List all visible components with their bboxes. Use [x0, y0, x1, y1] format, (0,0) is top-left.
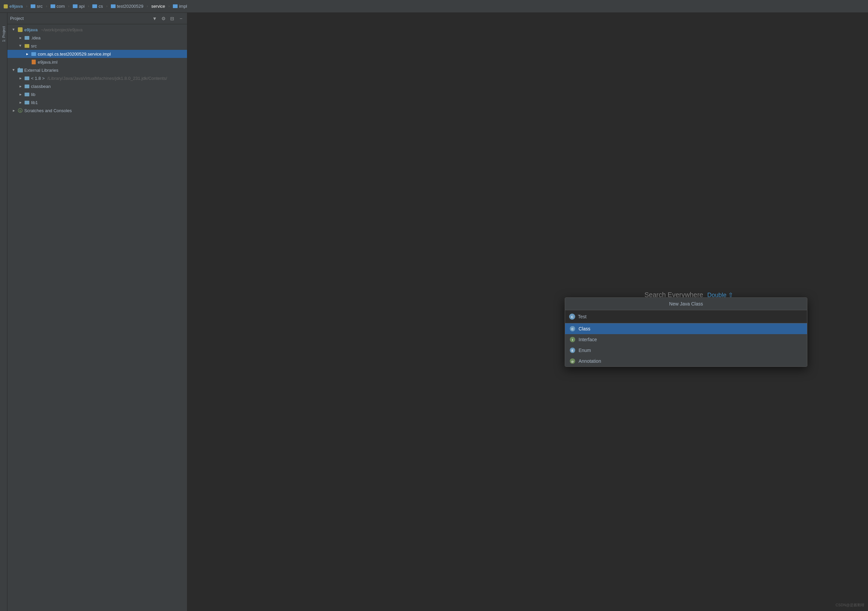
svg-text:C: C — [572, 327, 574, 331]
classbean-icon — [24, 84, 29, 89]
tree-item-ext-libs[interactable]: ▶ External Libraries — [8, 66, 187, 74]
tree-arrow-jdk: ▶ — [18, 76, 23, 80]
dialog-item-enum[interactable]: E Enum — [565, 345, 807, 356]
interface-icon: I — [570, 337, 575, 342]
enum-icon: E — [570, 348, 575, 353]
svg-text:C: C — [571, 315, 574, 319]
title-chevron-2: › — [46, 5, 47, 8]
svg-rect-15 — [25, 85, 29, 88]
title-service: service — [151, 4, 165, 9]
tree-item-classbean[interactable]: ▶ classbean — [8, 82, 187, 90]
dialog-item-annotation[interactable]: @ Annotation — [565, 356, 807, 367]
watermark: CSDN@是酱鹅呀 — [835, 603, 865, 608]
project-tree: ▶ e9java ~/work/project/e9java ▶ .idea ▶ — [8, 24, 187, 611]
title-chevron-5: › — [106, 5, 107, 8]
tree-label-idea: .idea — [31, 36, 40, 40]
dialog-item-interface[interactable]: I Interface — [565, 334, 807, 345]
dialog-item-interface-label: Interface — [578, 337, 597, 342]
svg-rect-13 — [19, 68, 20, 69]
title-cs: cs — [92, 4, 103, 9]
tree-item-iml[interactable]: ▶ e9java.iml — [8, 58, 187, 66]
tree-arrow-e9java: ▶ — [11, 27, 16, 32]
panel-title: Project — [10, 16, 149, 21]
title-project-icon: e9java — [3, 4, 23, 9]
panel-close-btn[interactable]: − — [178, 15, 184, 22]
project-panel: Project ▼ ⚙ ⊟ − ▶ e9java ~/work/project/… — [8, 13, 188, 611]
tree-item-jdk[interactable]: ▶ < 1.8 > /Library/Java/JavaVirtualMachi… — [8, 74, 187, 82]
svg-rect-12 — [17, 68, 23, 73]
dialog-item-enum-label: Enum — [578, 348, 591, 353]
tree-label-ext-libs: External Libraries — [24, 68, 58, 73]
annotation-icon: @ — [570, 358, 575, 364]
project-panel-label[interactable]: 1: Project — [2, 26, 6, 42]
tree-item-src[interactable]: ▶ src — [8, 42, 187, 50]
svg-text:E: E — [572, 349, 574, 352]
new-class-name-input[interactable] — [578, 314, 803, 319]
title-impl: impl — [173, 4, 187, 9]
svg-rect-1 — [31, 5, 36, 8]
svg-rect-3 — [73, 5, 78, 8]
tree-label-scratches: Scratches and Consoles — [24, 108, 72, 113]
title-test: test20200529 — [111, 4, 144, 9]
tree-arrow-src: ▶ — [18, 43, 23, 48]
svg-rect-4 — [92, 5, 97, 8]
tree-item-lib1[interactable]: ▶ lib1 — [8, 98, 187, 107]
panel-gear-btn[interactable]: ⊟ — [169, 15, 175, 22]
svg-rect-9 — [25, 44, 29, 48]
svg-rect-16 — [25, 93, 29, 96]
tree-label-classbean: classbean — [31, 84, 51, 89]
tree-item-lib[interactable]: ▶ lib — [8, 90, 187, 98]
lib-icon — [24, 91, 29, 97]
panel-dropdown-btn[interactable]: ▼ — [151, 15, 158, 22]
tree-item-scratches[interactable]: ▶ S Scratches and Consoles — [8, 107, 187, 114]
tree-label-iml: e9java.iml — [38, 60, 57, 65]
svg-rect-11 — [32, 60, 36, 64]
svg-rect-0 — [4, 5, 8, 8]
title-chevron-3: › — [68, 5, 69, 8]
tree-sublabel-jdk: /Library/Java/JavaVirtualMachines/jdk1.8… — [47, 76, 167, 81]
svg-rect-14 — [25, 76, 29, 80]
ext-libs-icon — [17, 67, 23, 73]
tree-arrow-lib: ▶ — [18, 92, 23, 97]
title-chevron-7: › — [169, 5, 169, 8]
tree-arrow-idea: ▶ — [18, 36, 23, 40]
svg-rect-5 — [111, 5, 116, 8]
tree-item-e9java[interactable]: ▶ e9java ~/work/project/e9java — [8, 26, 187, 34]
tree-item-idea[interactable]: ▶ .idea — [8, 34, 187, 42]
title-chevron-1: › — [26, 5, 27, 8]
tree-sublabel-e9java: ~/work/project/e9java — [41, 27, 82, 32]
svg-text:I: I — [572, 338, 573, 342]
folder-icon-idea — [24, 35, 29, 40]
new-java-dialog: New Java Class C — [565, 297, 808, 367]
class-icon: C — [570, 326, 575, 331]
dialog-overlay: New Java Class C — [188, 13, 868, 611]
package-icon — [31, 51, 36, 57]
dialog-item-class[interactable]: C Class — [565, 323, 807, 334]
title-src: src — [31, 4, 42, 9]
dialog-input-row: C — [565, 310, 807, 323]
panel-settings-btn[interactable]: ⚙ — [160, 15, 167, 22]
tree-label-lib: lib — [31, 92, 36, 97]
svg-rect-6 — [173, 5, 178, 8]
tree-item-package[interactable]: ▶ com.api.cs.test20200529.service.impl — [8, 50, 187, 58]
title-chevron-4: › — [88, 5, 89, 8]
dialog-item-class-label: Class — [578, 326, 591, 331]
iml-icon — [31, 59, 36, 65]
lib1-icon — [24, 100, 29, 105]
tree-label-jdk: < 1.8 > — [31, 76, 45, 81]
tree-arrow-classbean: ▶ — [18, 84, 23, 88]
main-content: Search Everywhere Double ⇧ Go to File ⇧⌘… — [188, 13, 868, 611]
tree-label-package: com.api.cs.test20200529.service.impl — [38, 51, 111, 57]
dialog-class-type-list: C Class I Interface — [565, 323, 807, 367]
project-icon — [17, 27, 23, 32]
svg-rect-2 — [51, 5, 55, 8]
tree-label-lib1: lib1 — [31, 100, 38, 105]
svg-rect-8 — [25, 36, 29, 40]
panel-header: Project ▼ ⚙ ⊟ − — [8, 13, 187, 24]
dialog-title: New Java Class — [565, 298, 807, 310]
tree-arrow-scratches: ▶ — [11, 108, 16, 113]
svg-rect-7 — [18, 27, 23, 32]
svg-text:@: @ — [571, 360, 574, 363]
svg-rect-17 — [25, 101, 29, 104]
scratches-icon: S — [17, 108, 23, 113]
